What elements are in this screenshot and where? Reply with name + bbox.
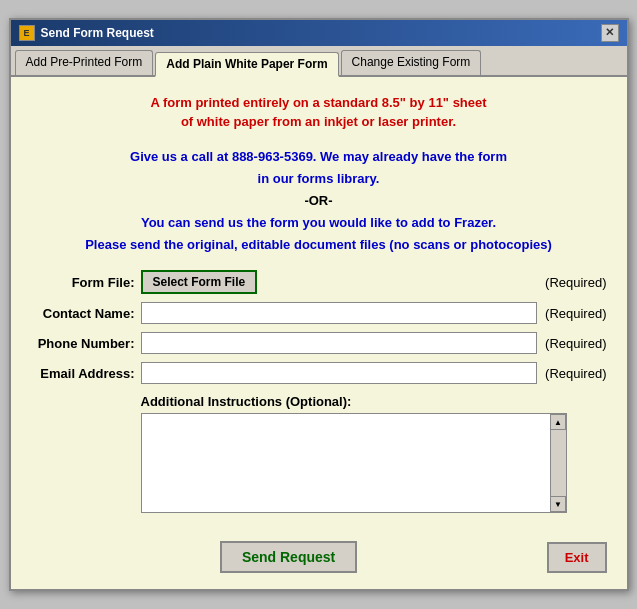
form-section: Form File: Select Form File (Required) C… — [31, 270, 607, 513]
tab-add-preprinted[interactable]: Add Pre-Printed Form — [15, 50, 154, 75]
phone-row: Phone Number: (Required) — [31, 332, 607, 354]
phone-label: Phone Number: — [31, 336, 141, 351]
contact-name-label: Contact Name: — [31, 306, 141, 321]
form-file-required: (Required) — [545, 275, 606, 290]
scroll-up-arrow[interactable]: ▲ — [550, 414, 566, 430]
scrollbar: ▲ ▼ — [550, 414, 566, 512]
email-required: (Required) — [545, 366, 606, 381]
tab-content: A form printed entirely on a standard 8.… — [11, 77, 627, 529]
footer: Send Request Exit — [11, 529, 627, 589]
description-line2: of white paper from an inkjet or laser p… — [181, 114, 456, 129]
tab-add-plain-white[interactable]: Add Plain White Paper Form — [155, 52, 338, 77]
info-line1: Give us a call at 888-963-5369. We may a… — [130, 149, 507, 164]
title-bar-left: E Send Form Request — [19, 25, 154, 41]
window-title: Send Form Request — [41, 26, 154, 40]
info-line2: in our forms library. — [258, 171, 380, 186]
info-line4: Please send the original, editable docum… — [85, 237, 552, 252]
or-text: -OR- — [304, 193, 332, 208]
description-line1: A form printed entirely on a standard 8.… — [150, 95, 486, 110]
email-input[interactable] — [141, 362, 538, 384]
phone-required: (Required) — [545, 336, 606, 351]
additional-section: Additional Instructions (Optional): ▲ ▼ — [31, 394, 607, 513]
scroll-down-arrow[interactable]: ▼ — [550, 496, 566, 512]
email-row: Email Address: (Required) — [31, 362, 607, 384]
additional-label: Additional Instructions (Optional): — [141, 394, 607, 409]
form-file-label: Form File: — [31, 275, 141, 290]
email-label: Email Address: — [31, 366, 141, 381]
app-icon: E — [19, 25, 35, 41]
info-section: Give us a call at 888-963-5369. We may a… — [31, 146, 607, 256]
footer-center: Send Request — [31, 541, 547, 573]
main-window: E Send Form Request ✕ Add Pre-Printed Fo… — [9, 18, 629, 591]
additional-textarea-wrapper: ▲ ▼ — [141, 413, 567, 513]
contact-name-input[interactable] — [141, 302, 538, 324]
close-button[interactable]: ✕ — [601, 24, 619, 42]
exit-button[interactable]: Exit — [547, 542, 607, 573]
contact-name-row: Contact Name: (Required) — [31, 302, 607, 324]
form-file-row: Form File: Select Form File (Required) — [31, 270, 607, 294]
footer-buttons: Send Request Exit — [31, 541, 607, 573]
additional-instructions-input[interactable] — [142, 414, 550, 512]
phone-input[interactable] — [141, 332, 538, 354]
contact-name-required: (Required) — [545, 306, 606, 321]
info-line3: You can send us the form you would like … — [141, 215, 496, 230]
title-bar: E Send Form Request ✕ — [11, 20, 627, 46]
select-form-file-button[interactable]: Select Form File — [141, 270, 258, 294]
send-request-button[interactable]: Send Request — [220, 541, 357, 573]
tab-bar: Add Pre-Printed Form Add Plain White Pap… — [11, 46, 627, 77]
tab-change-existing[interactable]: Change Existing Form — [341, 50, 482, 75]
select-btn-wrapper: Select Form File — [141, 270, 538, 294]
description-text: A form printed entirely on a standard 8.… — [31, 93, 607, 132]
